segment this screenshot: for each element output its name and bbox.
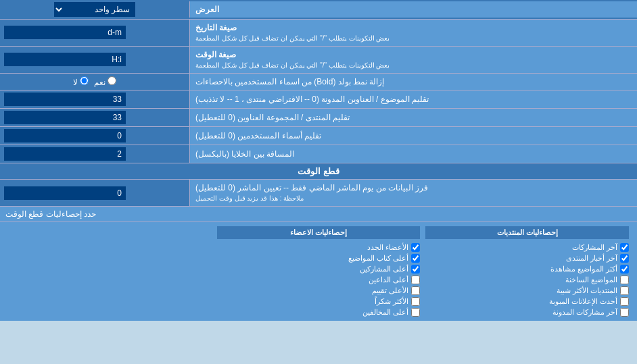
checkbox-top-rated: الأعلى تقييم: [217, 286, 421, 295]
cell-distance-label: المسافة بين الخلايا (بالبكسل): [195, 149, 294, 160]
checkbox-top-inviters: أعلى الداعين: [217, 276, 421, 284]
user-names-label: تقليم أسماء المستخدمين (0 للتعطيل): [195, 130, 321, 142]
cb-most-viewed[interactable]: [620, 265, 629, 274]
cb-blog-posts[interactable]: [620, 308, 629, 317]
cb-similar-forums[interactable]: [620, 286, 629, 295]
checkbox-top-writers: أعلى كتاب المواضيع: [217, 254, 421, 263]
checkbox-hot-topics: المواضيع الساخنة: [425, 276, 629, 284]
forum-titles-input[interactable]: [4, 111, 126, 124]
date-format-input[interactable]: [4, 26, 126, 39]
topic-titles-label: تقليم الموضوع / العناوين المدونة (0 -- ا…: [195, 94, 429, 105]
checkbox-classified-ads: أحدث الإعلانات المبوبة: [425, 297, 629, 306]
checkbox-last-posts: آخر المشاركات: [425, 243, 629, 252]
cb-top-rated[interactable]: [411, 286, 420, 295]
radio-yes[interactable]: [108, 76, 116, 85]
checkbox-new-members: الأعضاء الجدد: [217, 243, 421, 252]
radio-no[interactable]: [80, 76, 89, 85]
empty-column: x: [5, 226, 214, 317]
user-names-input[interactable]: [4, 129, 126, 142]
cb-hot-topics[interactable]: [620, 276, 629, 284]
limit-label: حدد إحصاءليات قطع الوقت: [5, 209, 96, 219]
member-stats-column: إحصاءليات الاعضاء الأعضاء الجدد أعلى كتا…: [214, 226, 423, 317]
time-format-input[interactable]: [4, 53, 126, 66]
cb-last-posts[interactable]: [620, 243, 629, 252]
topic-titles-input[interactable]: [4, 93, 126, 106]
cb-top-violators[interactable]: [411, 308, 420, 317]
cb-forum-news[interactable]: [620, 254, 629, 263]
checkbox-top-participants: أعلى المشاركين: [217, 265, 421, 274]
radio-no-label: لا: [73, 76, 89, 87]
checkbox-blog-posts: آخر مشاركات المدونة: [425, 308, 629, 317]
cb-top-inviters[interactable]: [411, 276, 420, 284]
checkbox-most-viewed: أكثر المواضيع مشاهدة: [425, 265, 629, 274]
checkbox-forum-news: آخر أخبار المنتدى: [425, 254, 629, 263]
cell-distance-input[interactable]: [4, 147, 126, 161]
cb-top-participants[interactable]: [411, 265, 420, 274]
checkbox-top-violators: أعلى المخالفين: [217, 308, 421, 317]
limit-row: حدد إحصاءليات قطع الوقت: [0, 207, 637, 222]
date-format-label: صيغة التاريخ: [195, 22, 237, 34]
cb-most-thanked[interactable]: [411, 297, 420, 306]
time-format-label: صيغة الوقت: [195, 49, 236, 61]
checkbox-similar-forums: المنتديات الأكثر شبية: [425, 286, 629, 295]
date-format-desc: بعض التكوينات يتطلب "/" التي يمكن ان تضا…: [195, 34, 390, 43]
bold-remove-label: إزالة نمط بولد (Bold) من اسماء المستخدمي…: [195, 76, 384, 88]
checkboxes-section: إحصاءليات المنتديات آخر المشاركات آخر أخ…: [0, 222, 637, 321]
fetch-note: ملاحظة : هذا قد يزيد قبل وقت التحميل: [195, 194, 304, 203]
radio-yes-label: نعم: [94, 76, 116, 87]
cutoff-section-header: قطع الوقت: [0, 163, 637, 180]
forum-titles-label: تقليم المنتدى / المجموعة العناوين (0 للت…: [195, 112, 350, 124]
forum-stats-column: إحصاءليات المنتديات آخر المشاركات آخر أخ…: [423, 226, 632, 317]
cb-classified-ads[interactable]: [620, 297, 629, 306]
section-label-display: العرض: [195, 4, 219, 16]
checkbox-most-thanked: الأكثر شكراً: [217, 297, 421, 306]
forum-stats-header: إحصاءليات المنتديات: [425, 226, 629, 239]
display-dropdown[interactable]: سطر واحدسطرانثلاثة أسطر: [54, 2, 135, 17]
member-stats-header: إحصاءليات الاعضاء: [217, 226, 421, 239]
cb-top-writers[interactable]: [411, 254, 420, 263]
fetch-input[interactable]: [4, 186, 126, 200]
time-format-desc: بعض التكوينات يتطلب "/" التي يمكن ان تضا…: [195, 61, 390, 70]
fetch-label: فرز البيانات من يوم الماشر الماضي فقط --…: [195, 182, 428, 194]
cb-new-members[interactable]: [411, 243, 420, 252]
